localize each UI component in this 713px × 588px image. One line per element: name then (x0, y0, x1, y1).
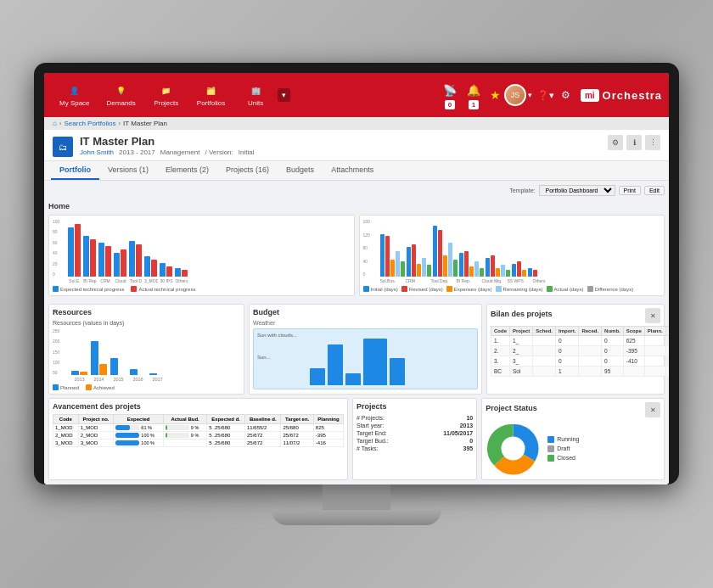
avancement-table: Code Project no. Expected Actual Bud. Ex… (53, 414, 344, 447)
bar-chart-1 (68, 219, 351, 277)
page-icon: 🗂 (53, 137, 73, 157)
nav-demands[interactable]: 💡 Demands (98, 81, 144, 110)
bar-expected-1 (68, 227, 74, 277)
col-import: Import. (556, 327, 579, 336)
col-namb: Numb. (602, 327, 624, 336)
weather-chart: Sun with clouds... Sun... (253, 328, 478, 389)
tab-portfolio[interactable]: Portfolio (51, 161, 99, 180)
status-close[interactable]: ✕ (645, 402, 660, 417)
breadcrumb-search[interactable]: Search Portfolios (65, 120, 116, 127)
info-line-target-bud: Target Bud.: 0 (356, 437, 473, 445)
weather-sun-label2: Sun... (257, 355, 271, 360)
more-icon[interactable]: ⋮ (645, 135, 660, 150)
col-code: Code (491, 327, 510, 336)
col-sched: Sched. (533, 327, 556, 336)
col-plann2: Plann. (665, 327, 669, 336)
portfolios-icon: 🗂️ (205, 84, 218, 98)
edit-button[interactable]: Edit (644, 186, 665, 195)
print-button[interactable]: Print (619, 186, 641, 195)
col-reced: Reced. (579, 327, 602, 336)
tab-versions[interactable]: Versions (1) (99, 161, 157, 180)
settings-icon[interactable]: ⚙ (561, 89, 570, 101)
av-col-expd: Expected d. (207, 415, 245, 424)
legend-closed: Closed (547, 455, 579, 462)
bar-expected-3 (98, 243, 104, 277)
bar-actual-6 (151, 260, 157, 277)
bar-actual-8 (182, 270, 188, 277)
monitor: 👤 My Space 💡 Demands 📁 Projects 🗂️ Portf… (34, 63, 679, 484)
resources-x-labels: 2013 2014 2015 2016 2017 (53, 377, 240, 382)
tab-budgets[interactable]: Budgets (278, 161, 323, 180)
tab-projects[interactable]: Projects (16) (217, 161, 278, 180)
logo: mi Orchestra (581, 89, 662, 102)
bilan-table: Code Project Sched. Import. Reced. Numb.… (491, 326, 669, 377)
breadcrumb-home[interactable]: ⌂ (53, 120, 57, 127)
svg-point-0 (502, 437, 525, 461)
col-plann1: Plann. (644, 327, 665, 336)
favorites-icon[interactable]: ★ (490, 88, 501, 102)
bar-actual-3 (105, 246, 111, 277)
project-status-card: Project Status ✕ (481, 398, 665, 480)
nav-portfolios[interactable]: 🗂️ Portfolios (188, 81, 233, 110)
info-line-start: Start year: 2013 (356, 422, 473, 429)
chart-expected-actual: 100 80 60 40 20 0 (48, 215, 355, 296)
bar-group-7 (160, 263, 172, 277)
template-select[interactable]: Portfolio Dashboard (539, 185, 615, 196)
stand-base (272, 510, 441, 525)
info-line-projects: # Projects: 10 (356, 414, 473, 422)
av-row-1: 1_MOD 1_MOD 61 % (53, 424, 344, 432)
settings-page-icon[interactable]: ⚙ (608, 135, 623, 150)
notification-badge[interactable]: 🔔 1 (464, 81, 483, 109)
tab-elements[interactable]: Elements (2) (157, 161, 217, 180)
bar-group-4 (114, 249, 126, 277)
bar-group-2 (83, 236, 96, 277)
av-row-2: 2_MOD 2_MOD 100 % (53, 432, 344, 440)
av-col-planning: Planning (313, 415, 343, 424)
resources-subtitle: Resources (values in days) (53, 320, 240, 326)
middle-row: Resources Resources (values in days) 250… (48, 304, 665, 395)
resources-chart: 250 200 150 100 50 (53, 328, 240, 375)
projects-info-card: Projects # Projects: 10 Start year: 2013… (352, 398, 477, 480)
rss-badge[interactable]: 📡 0 (441, 81, 459, 109)
weather-label: Weather (253, 320, 478, 326)
av-row-3: 3_MOD 3_MOD 100 % (53, 440, 344, 447)
bar-expected-2 (83, 236, 89, 277)
nav-bar: 👤 My Space 💡 Demands 📁 Projects 🗂️ Portf… (44, 73, 669, 117)
nav-units[interactable]: 🏢 Units (233, 81, 278, 110)
bar-actual-4 (121, 249, 126, 277)
breadcrumb: ⌂ › Search Portfolios › IT Master Plan (44, 117, 669, 130)
bar-group-1 (68, 224, 81, 277)
tab-attachments[interactable]: Attachments (323, 161, 382, 180)
page-author: John Smith (80, 148, 114, 156)
budget-title: Budget (253, 308, 478, 316)
bar-group-6 (144, 256, 157, 277)
tab-bar: Portfolio Versions (1) Elements (2) Proj… (44, 161, 669, 181)
av-col-project: Project no. (78, 415, 114, 424)
bar-group-5 (129, 241, 142, 277)
bilan-row-2: 2.2_00-395% (491, 346, 670, 356)
help-icon[interactable]: ❓▾ (537, 90, 554, 101)
pie-chart (486, 421, 541, 476)
legend-draft: Draft (547, 445, 579, 452)
nav-my-space[interactable]: 👤 My Space (51, 81, 98, 110)
nav-projects[interactable]: 📁 Projects (144, 81, 188, 110)
page-actions: ⚙ ℹ ⋮ (608, 135, 660, 150)
nav-dropdown[interactable]: ▾ (278, 88, 290, 102)
monitor-stand (34, 484, 679, 525)
user-icon: 👤 (68, 84, 81, 98)
dropdown-arrow[interactable]: ▾ (528, 91, 532, 99)
pie-container: Running Draft Closed (486, 421, 660, 476)
chart-multi-bar: 160 120 80 40 0 (359, 215, 665, 296)
resources-title: Resources (53, 308, 240, 316)
av-col-target: Target en. (281, 415, 313, 424)
bilan-close[interactable]: ✕ (645, 308, 660, 323)
chart1-x-labels: Sol.E. BI Rep CRM Cloud Tool D 3_MOD 30 … (53, 278, 351, 283)
bar-expected-7 (160, 263, 166, 277)
info-icon[interactable]: ℹ (626, 135, 642, 150)
avatar[interactable]: JS (504, 84, 526, 106)
avancement-header: Code Project no. Expected Actual Bud. Ex… (53, 415, 344, 424)
av-col-code: Code (53, 415, 79, 424)
projects-info-title: Projects (356, 402, 473, 411)
top-charts-row: 100 80 60 40 20 0 (48, 215, 665, 296)
stand-neck (323, 484, 390, 510)
